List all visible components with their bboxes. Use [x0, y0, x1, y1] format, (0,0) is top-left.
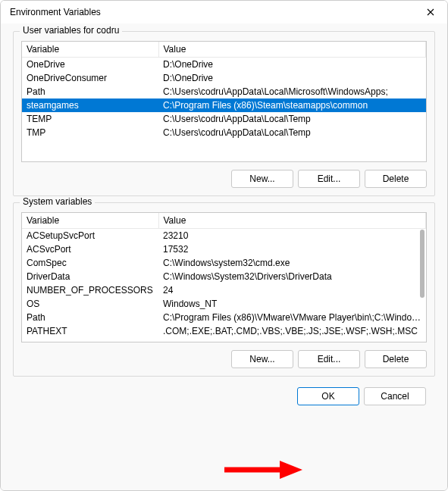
system-variables-label: System variables — [20, 196, 95, 207]
cell-value: 24 — [158, 283, 426, 297]
window-title: Environment Variables — [10, 7, 101, 17]
system-variables-table-wrap: Variable Value ACSetupSvcPort23210ACSvcP… — [21, 212, 427, 342]
close-button[interactable] — [414, 1, 447, 23]
cell-variable: DriverData — [22, 270, 158, 283]
user-edit-button[interactable]: Edit... — [298, 170, 360, 188]
cell-variable: NUMBER_OF_PROCESSORS — [22, 283, 158, 297]
dialog-button-row: OK Cancel — [13, 383, 435, 405]
table-row[interactable]: PATHEXT.COM;.EXE;.BAT;.CMD;.VBS;.VBE;.JS… — [22, 324, 426, 338]
cell-value: C:\Windows\System32\Drivers\DriverData — [158, 270, 426, 283]
dialog-content: User variables for codru Variable Value … — [1, 23, 447, 491]
cell-value: C:\Users\codru\AppData\Local\Temp — [158, 126, 426, 139]
user-variables-scroll[interactable]: Variable Value OneDriveD:\OneDriveOneDri… — [22, 42, 426, 161]
user-col-value[interactable]: Value — [158, 42, 426, 58]
cell-value: D:\OneDrive — [158, 58, 426, 72]
cell-variable: PATHEXT — [22, 324, 158, 338]
table-row[interactable]: PathC:\Program Files (x86)\VMware\VMware… — [22, 311, 426, 324]
cell-value: C:\Program Files (x86)\Steam\steamapps\c… — [158, 99, 426, 112]
cell-value: C:\Users\codru\AppData\Local\Temp — [158, 112, 426, 126]
system-new-button[interactable]: New... — [231, 350, 293, 368]
table-row[interactable]: steamgamesC:\Program Files (x86)\Steam\s… — [22, 99, 426, 112]
table-row[interactable]: NUMBER_OF_PROCESSORS24 — [22, 283, 426, 297]
cell-variable: ACSvcPort — [22, 242, 158, 256]
cell-variable: Path — [22, 311, 158, 324]
user-new-button[interactable]: New... — [231, 170, 293, 188]
cell-variable: ComSpec — [22, 256, 158, 270]
table-row[interactable]: ComSpecC:\Windows\system32\cmd.exe — [22, 256, 426, 270]
cell-value: C:\Users\codru\AppData\Local\Microsoft\W… — [158, 85, 426, 99]
ok-button[interactable]: OK — [297, 387, 359, 405]
table-row[interactable]: PathC:\Users\codru\AppData\Local\Microso… — [22, 85, 426, 99]
user-delete-button[interactable]: Delete — [365, 170, 427, 188]
table-row[interactable]: OneDriveD:\OneDrive — [22, 58, 426, 72]
cell-value: C:\Windows\system32\cmd.exe — [158, 256, 426, 270]
cell-value: 17532 — [158, 242, 426, 256]
system-button-row: New... Edit... Delete — [21, 350, 427, 368]
system-variables-table[interactable]: Variable Value ACSetupSvcPort23210ACSvcP… — [22, 213, 426, 338]
user-col-variable[interactable]: Variable — [22, 42, 158, 58]
user-variables-table[interactable]: Variable Value OneDriveD:\OneDriveOneDri… — [22, 42, 426, 139]
cell-variable: OS — [22, 297, 158, 311]
system-edit-button[interactable]: Edit... — [298, 350, 360, 368]
cell-value: Windows_NT — [158, 297, 426, 311]
system-col-value[interactable]: Value — [158, 213, 426, 229]
scrollbar-thumb[interactable] — [420, 230, 425, 298]
user-button-row: New... Edit... Delete — [21, 170, 427, 188]
table-row[interactable]: OSWindows_NT — [22, 297, 426, 311]
cell-value: C:\Program Files (x86)\VMware\VMware Pla… — [158, 311, 426, 324]
cell-variable: Path — [22, 85, 158, 99]
cell-variable: TEMP — [22, 112, 158, 126]
cell-variable: OneDrive — [22, 58, 158, 72]
table-row[interactable]: OneDriveConsumerD:\OneDrive — [22, 71, 426, 85]
cell-variable: TMP — [22, 126, 158, 139]
table-row[interactable]: DriverDataC:\Windows\System32\Drivers\Dr… — [22, 270, 426, 283]
system-delete-button[interactable]: Delete — [365, 350, 427, 368]
system-variables-group: System variables Variable Value ACSetupS… — [13, 202, 435, 377]
table-row[interactable]: TEMPC:\Users\codru\AppData\Local\Temp — [22, 112, 426, 126]
cell-variable: OneDriveConsumer — [22, 71, 158, 85]
cell-variable: ACSetupSvcPort — [22, 229, 158, 243]
table-row[interactable]: ACSvcPort17532 — [22, 242, 426, 256]
cancel-button[interactable]: Cancel — [364, 387, 426, 405]
user-variables-label: User variables for codru — [20, 25, 122, 36]
cell-variable: steamgames — [22, 99, 158, 112]
table-row[interactable]: ACSetupSvcPort23210 — [22, 229, 426, 243]
cell-value: .COM;.EXE;.BAT;.CMD;.VBS;.VBE;.JS;.JSE;.… — [158, 324, 426, 338]
system-col-variable[interactable]: Variable — [22, 213, 158, 229]
user-variables-table-wrap: Variable Value OneDriveD:\OneDriveOneDri… — [21, 41, 427, 162]
close-icon — [427, 8, 434, 16]
cell-value: D:\OneDrive — [158, 71, 426, 85]
cell-value: 23210 — [158, 229, 426, 243]
titlebar: Environment Variables — [1, 1, 447, 23]
user-variables-group: User variables for codru Variable Value … — [13, 31, 435, 196]
table-row[interactable]: TMPC:\Users\codru\AppData\Local\Temp — [22, 126, 426, 139]
system-variables-scroll[interactable]: Variable Value ACSetupSvcPort23210ACSvcP… — [22, 213, 426, 342]
